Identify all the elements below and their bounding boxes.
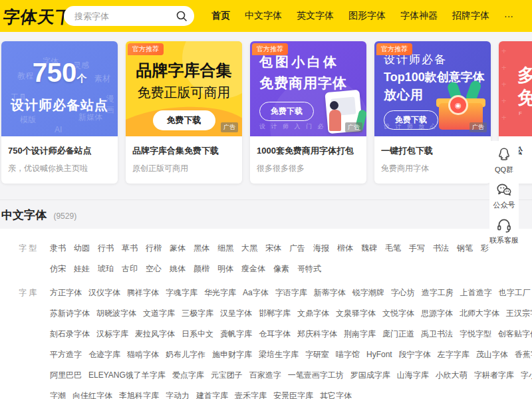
font-foundry-tag[interactable]: 邯郸字库	[259, 303, 291, 324]
promo-banner[interactable]: + + + + + + + + + + + + + + + + + + + + …	[499, 41, 532, 136]
font-foundry-tag[interactable]: 庞门正道	[382, 324, 414, 344]
font-style-tag[interactable]: 手写	[409, 238, 425, 259]
font-foundry-tag[interactable]: 猫啃字体	[127, 344, 159, 365]
font-style-tag[interactable]: 空心	[146, 259, 162, 279]
font-foundry-tag[interactable]: 其它字体	[320, 386, 352, 399]
font-style-tag[interactable]: 姚体	[170, 259, 186, 279]
font-foundry-tag[interactable]: 华光字库	[204, 283, 236, 303]
font-foundry-tag[interactable]: 文道字库	[143, 303, 175, 324]
font-foundry-tag[interactable]: 造字工房	[422, 283, 454, 303]
font-style-tag[interactable]: 楷体	[337, 238, 353, 259]
promo-banner[interactable]: 字体 灵感 教程 素材 工具 漫画 模版 新媒体 AI 750个 设计师必备站点	[1, 41, 118, 136]
font-foundry-tag[interactable]: 梁培生字库	[259, 344, 299, 365]
font-foundry-tag[interactable]: 山海字库	[397, 365, 429, 386]
font-foundry-tag[interactable]: 安景臣字库	[273, 386, 313, 399]
font-foundry-tag[interactable]: 苏新诗字体	[50, 303, 90, 324]
font-foundry-tag[interactable]: ELEYANG饿了羊字库	[88, 365, 166, 386]
font-style-tag[interactable]: 行楷	[146, 238, 162, 259]
card-title[interactable]: 一键打包下载	[381, 145, 484, 157]
font-style-tag[interactable]: 琥珀	[98, 259, 114, 279]
font-style-tag[interactable]: 魏碑	[361, 238, 377, 259]
font-foundry-tag[interactable]: 喵字馆	[336, 344, 360, 365]
font-foundry-tag[interactable]: Aa字体	[243, 283, 269, 303]
font-foundry-tag[interactable]: 荆南字库	[344, 324, 376, 344]
font-foundry-tag[interactable]: 字耕者字库	[474, 365, 514, 386]
font-foundry-tag[interactable]: 平方造字	[50, 344, 82, 365]
font-style-tag[interactable]: 海报	[313, 238, 329, 259]
font-foundry-tag[interactable]: 新蒂字体	[314, 283, 346, 303]
font-foundry-tag[interactable]: 字小魂	[521, 365, 532, 386]
nav-item[interactable]: 图形字体	[348, 10, 386, 22]
font-foundry-tag[interactable]: 思源字体	[421, 303, 453, 324]
font-style-tag[interactable]: 像素	[273, 259, 289, 279]
font-foundry-tag[interactable]: 上首造字	[460, 283, 492, 303]
font-style-tag[interactable]: 明体	[217, 259, 233, 279]
card-title[interactable]: 1000套免费商用字体打包	[257, 145, 360, 157]
font-style-tag[interactable]: 草书	[122, 238, 138, 259]
font-foundry-tag[interactable]: 字悦字型	[460, 324, 491, 344]
font-foundry-tag[interactable]: 北师大字体	[460, 303, 499, 324]
font-foundry-tag[interactable]: 左字字库	[438, 344, 469, 365]
font-foundry-tag[interactable]: 汉呈字体	[220, 303, 252, 324]
font-style-tag[interactable]: 幼圆	[74, 238, 90, 259]
search-icon[interactable]	[176, 10, 188, 22]
font-style-tag[interactable]: 细黑	[217, 238, 233, 259]
font-foundry-tag[interactable]: 方正字体	[50, 283, 82, 303]
card-title[interactable]: 品牌字库合集免费下载	[132, 145, 235, 157]
contact-service-item[interactable]: 联系客服	[489, 217, 519, 245]
promo-banner[interactable]: 官方推荐 设计师必备 Top100款创意字体 放心用 免费下载 设 计 师 放 …	[374, 41, 491, 136]
font-foundry-tag[interactable]: 字潮	[50, 386, 66, 399]
font-foundry-tag[interactable]: 字研室	[305, 344, 329, 365]
font-foundry-tag[interactable]: 日系中文	[182, 324, 213, 344]
nav-item[interactable]: ···	[504, 11, 513, 21]
font-foundry-tag[interactable]: 文鼎字体	[297, 303, 329, 324]
font-style-tag[interactable]: 古印	[122, 259, 138, 279]
font-foundry-tag[interactable]: 字语字库	[275, 283, 307, 303]
promo-banner[interactable]: 官方推荐 包图小白体 免费商用字体 免费下载 设 计 师 入 门 必 备 广告	[250, 41, 366, 136]
font-style-tag[interactable]: 广告	[289, 238, 305, 259]
promo-banner[interactable]: 官方推荐 品牌字库合集 免费正版可商用 免费下载 广告	[126, 41, 242, 136]
font-foundry-tag[interactable]: 段宁字体	[399, 344, 431, 365]
font-foundry-tag[interactable]: 一笔壹画字工坊	[288, 365, 344, 386]
font-style-tag[interactable]: 钢笔	[457, 238, 473, 259]
nav-item[interactable]: 英文字体	[297, 10, 334, 22]
font-style-tag[interactable]: 宋体	[265, 238, 281, 259]
font-foundry-tag[interactable]: 禹卫书法	[421, 324, 453, 344]
font-foundry-tag[interactable]: 王汉宗字体	[506, 303, 532, 324]
free-download-button[interactable]: 免费下载	[153, 110, 215, 130]
font-foundry-tag[interactable]: 元宝团子	[211, 365, 243, 386]
font-style-tag[interactable]: 行书	[98, 238, 114, 259]
card-title[interactable]: 750个设计师必备站点	[8, 145, 111, 157]
free-download-button[interactable]: 免费下载	[259, 102, 314, 121]
font-style-tag[interactable]: 颜楷	[194, 259, 209, 279]
font-style-tag[interactable]: 隶书	[50, 238, 66, 259]
font-foundry-tag[interactable]: 李旭科字库	[119, 386, 159, 399]
font-foundry-tag[interactable]: 施申财字库	[212, 344, 252, 365]
search-input[interactable]	[73, 7, 176, 25]
font-style-tag[interactable]: 篆体	[170, 238, 186, 259]
font-style-tag[interactable]: 黑体	[194, 238, 209, 259]
nav-item[interactable]: 字体神器	[400, 10, 438, 22]
font-foundry-tag[interactable]: 文泉驿字体	[336, 303, 376, 324]
font-foundry-tag[interactable]: 向佳红字体	[72, 386, 112, 399]
font-foundry-tag[interactable]: 三极字库	[182, 303, 213, 324]
font-style-tag[interactable]: 瘦金体	[241, 259, 265, 279]
font-style-tag[interactable]: 毛笔	[385, 238, 401, 259]
font-style-tag[interactable]: 哥特式	[297, 259, 321, 279]
font-foundry-tag[interactable]: 奶布儿字作	[166, 344, 205, 365]
font-foundry-tag[interactable]: 香蕉字库	[515, 344, 532, 365]
font-foundry-tag[interactable]: 文悦字体	[382, 303, 414, 324]
font-foundry-tag[interactable]: 汉仪字体	[88, 283, 120, 303]
font-foundry-tag[interactable]: 郑庆科字体	[297, 324, 337, 344]
font-style-tag[interactable]: 大黑	[241, 238, 257, 259]
font-foundry-tag[interactable]: 刻石录字体	[50, 324, 90, 344]
font-foundry-tag[interactable]: 字动力	[166, 386, 190, 399]
font-foundry-tag[interactable]: 仓迹字库	[88, 344, 120, 365]
nav-item[interactable]: 中文字体	[245, 10, 282, 22]
font-foundry-tag[interactable]: 壹禾字库	[235, 386, 267, 399]
qq-group-item[interactable]: QQ群	[489, 146, 519, 175]
font-foundry-tag[interactable]: 创客贴字体	[498, 324, 532, 344]
font-foundry-tag[interactable]: 锐字潮牌	[352, 283, 384, 303]
nav-item[interactable]: 首页	[211, 10, 230, 22]
site-logo[interactable]: 字体天下	[2, 6, 74, 28]
